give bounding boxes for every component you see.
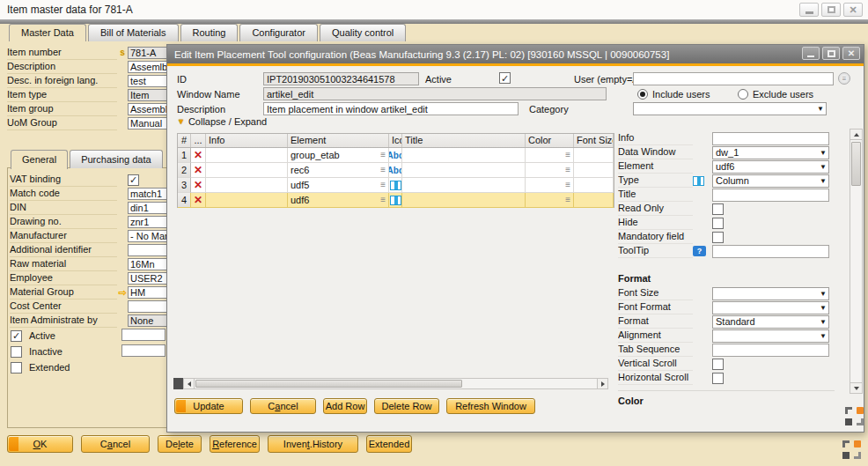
menu-handle-icon[interactable]: ≡ bbox=[565, 196, 570, 204]
checkbox-extended[interactable] bbox=[11, 362, 22, 374]
scroll-down-button[interactable] bbox=[850, 382, 863, 394]
include-users-radio[interactable] bbox=[637, 89, 648, 100]
drag-handle-icon[interactable]: ≡ bbox=[380, 181, 386, 189]
prop-select-data-window[interactable]: dw_1▼ bbox=[712, 146, 829, 159]
dialog-minimize-button[interactable] bbox=[802, 47, 820, 60]
prop-input-tab-sequence[interactable] bbox=[712, 344, 829, 357]
button-invent-history[interactable]: Invent.History bbox=[268, 435, 358, 453]
close-button[interactable]: ✕ bbox=[843, 3, 863, 17]
button-update[interactable]: Update bbox=[174, 398, 243, 414]
button-extended[interactable]: Extended bbox=[366, 435, 412, 453]
font-size-cell[interactable] bbox=[574, 148, 614, 163]
info-cell[interactable] bbox=[206, 178, 288, 193]
dialog-close-button[interactable]: ✕ bbox=[842, 47, 860, 60]
color-cell[interactable]: ≡ bbox=[526, 163, 574, 178]
checkbox-vat-binding[interactable] bbox=[128, 174, 139, 186]
title-cell[interactable] bbox=[402, 178, 526, 193]
scroll-up-button[interactable] bbox=[850, 129, 863, 140]
prop-select-alignment[interactable]: ▼ bbox=[712, 329, 829, 343]
tab-configurator[interactable]: Configurator bbox=[239, 24, 318, 41]
tab-routing[interactable]: Routing bbox=[180, 24, 239, 41]
button-refresh-window[interactable]: Refresh Window bbox=[446, 398, 535, 414]
scroll-track[interactable] bbox=[850, 140, 863, 382]
button-cancel[interactable]: Cancel bbox=[81, 435, 150, 453]
tab-bill-of-materials[interactable]: Bill of Materials bbox=[88, 24, 179, 41]
expand-window-icon[interactable] bbox=[842, 440, 861, 459]
prop-input-tooltip[interactable] bbox=[712, 245, 829, 258]
icon-cell[interactable]: Abc bbox=[389, 163, 402, 178]
minimize-button[interactable] bbox=[799, 3, 819, 17]
user-field[interactable] bbox=[633, 72, 834, 85]
category-select[interactable]: ▼ bbox=[633, 102, 827, 115]
menu-handle-icon[interactable]: ≡ bbox=[565, 166, 570, 174]
row-number-cell[interactable]: 1 bbox=[178, 148, 191, 163]
icon-cell[interactable]: Abc bbox=[389, 148, 402, 163]
row-number-cell[interactable]: 4 bbox=[178, 193, 191, 208]
maximize-button[interactable] bbox=[821, 3, 841, 17]
color-cell[interactable]: ≡ bbox=[526, 178, 574, 193]
active-checkbox[interactable] bbox=[499, 72, 511, 84]
drag-handle-icon[interactable]: ≡ bbox=[380, 151, 386, 159]
info-cell[interactable] bbox=[206, 148, 288, 163]
font-size-cell[interactable] bbox=[574, 178, 614, 193]
button-reference[interactable]: Reference bbox=[210, 435, 260, 453]
id-field[interactable]: IPT201903051003234641578 bbox=[263, 72, 419, 85]
title-cell[interactable] bbox=[402, 148, 526, 163]
prop-input-info[interactable] bbox=[712, 132, 829, 145]
checkbox-inactive[interactable] bbox=[11, 346, 22, 358]
icon-cell[interactable] bbox=[389, 178, 402, 193]
window-name-field[interactable]: artikel_edit bbox=[263, 87, 607, 100]
exclude-users-radio[interactable] bbox=[738, 89, 748, 100]
description-field[interactable]: Item placement in window artikel_edit bbox=[263, 102, 519, 115]
row-delete-cell[interactable]: ✕ bbox=[191, 148, 206, 163]
checkbox-active[interactable] bbox=[11, 330, 22, 342]
subtab-general[interactable]: General bbox=[11, 150, 68, 169]
row-number-cell[interactable]: 2 bbox=[178, 163, 191, 178]
font-size-cell[interactable] bbox=[574, 193, 614, 208]
prop-checkbox-mandatory-field[interactable] bbox=[712, 232, 724, 243]
collapse-expand-link[interactable]: ▼ Collapse / Expand bbox=[177, 116, 267, 127]
title-cell[interactable] bbox=[402, 163, 526, 178]
scroll-thumb[interactable] bbox=[851, 142, 861, 186]
delete-row-icon[interactable]: ✕ bbox=[194, 165, 202, 175]
tab-quality-control[interactable]: Quality control bbox=[320, 24, 406, 41]
prop-checkbox-horizontal-scroll[interactable] bbox=[712, 373, 724, 384]
font-size-cell[interactable] bbox=[574, 163, 614, 178]
prop-input-title[interactable] bbox=[712, 189, 829, 202]
button-delete[interactable]: Delete bbox=[158, 435, 202, 453]
element-cell[interactable]: group_etab≡ bbox=[288, 148, 389, 163]
icon-cell[interactable] bbox=[389, 193, 402, 208]
prop-select-type[interactable]: Column▼ bbox=[712, 174, 829, 188]
title-cell[interactable] bbox=[402, 193, 526, 208]
element-cell[interactable]: rec6≡ bbox=[288, 163, 389, 178]
row-delete-cell[interactable]: ✕ bbox=[191, 193, 206, 208]
delete-row-icon[interactable]: ✕ bbox=[194, 180, 202, 190]
element-cell[interactable]: udf5≡ bbox=[288, 178, 389, 193]
delete-row-icon[interactable]: ✕ bbox=[194, 195, 202, 205]
prop-checkbox-hide[interactable] bbox=[712, 218, 724, 229]
row-number-cell[interactable]: 3 bbox=[178, 178, 191, 193]
scroll-right-button[interactable] bbox=[597, 378, 608, 389]
element-cell[interactable]: udf6≡ bbox=[288, 193, 389, 208]
color-cell[interactable]: ≡ bbox=[526, 193, 574, 208]
delete-row-icon[interactable]: ✕ bbox=[194, 150, 202, 160]
color-cell[interactable]: ≡ bbox=[526, 148, 574, 163]
status-field-active[interactable] bbox=[121, 329, 166, 341]
dialog-maximize-button[interactable] bbox=[822, 47, 840, 60]
scroll-track[interactable] bbox=[195, 378, 597, 389]
row-delete-cell[interactable]: ✕ bbox=[191, 163, 206, 178]
scroll-left-button[interactable] bbox=[183, 378, 195, 389]
info-cell[interactable] bbox=[206, 163, 288, 178]
tab-master-data[interactable]: Master Data bbox=[9, 24, 86, 41]
prop-select-element[interactable]: udf6▼ bbox=[712, 160, 829, 174]
prop-checkbox-read-only[interactable] bbox=[712, 203, 724, 215]
expand-dialog-icon[interactable] bbox=[845, 407, 864, 425]
button-cancel[interactable]: Cancel bbox=[250, 398, 316, 414]
prop-checkbox-vertical-scroll[interactable] bbox=[712, 359, 724, 370]
status-field-inactive[interactable] bbox=[121, 344, 166, 357]
menu-handle-icon[interactable]: ≡ bbox=[565, 151, 570, 159]
button-delete-row[interactable]: Delete Row bbox=[374, 398, 439, 414]
scroll-thumb[interactable] bbox=[195, 380, 462, 388]
prop-select-font-format[interactable]: ▼ bbox=[712, 301, 829, 314]
info-cell[interactable] bbox=[206, 193, 288, 208]
